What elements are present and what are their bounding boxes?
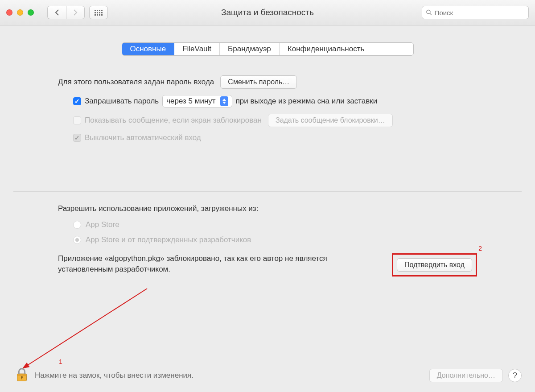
svg-line-2: [27, 289, 147, 366]
require-password-suffix: при выходе из режима сна или заставки: [236, 97, 378, 106]
tab-filevault[interactable]: FileVault: [174, 43, 220, 55]
window-toolbar: Защита и безопасность: [0, 0, 535, 25]
search-field[interactable]: [422, 6, 529, 19]
disable-autologin-label: Выключить автоматический вход: [85, 133, 201, 142]
lock-hint-text: Нажмите на замок, чтобы внести изменения…: [35, 371, 193, 380]
set-lock-message-button: Задать сообщение блокировки…: [268, 114, 393, 127]
lock-icon[interactable]: [13, 366, 30, 385]
allow-apps-label: Разрешить использование приложений, загр…: [58, 204, 477, 213]
nav-buttons: [47, 6, 85, 19]
section-divider: [13, 191, 522, 192]
svg-line-1: [430, 13, 432, 15]
require-password-delay-value: через 5 минут: [166, 97, 215, 106]
advanced-button: Дополнительно…: [429, 369, 503, 382]
show-all-button[interactable]: [89, 6, 108, 19]
back-button[interactable]: [47, 6, 66, 19]
require-password-label: Запрашивать пароль: [85, 97, 159, 106]
tab-firewall[interactable]: Брандмауэр: [220, 43, 280, 55]
annotation-number-2: 2: [478, 245, 482, 252]
radio-appstore-label: App Store: [86, 220, 119, 229]
blocked-app-message: Приложение «algopython.pkg» заблокирован…: [58, 253, 392, 275]
annotation-highlight-2: 2 Подтвердить вход: [392, 253, 477, 276]
radio-appstore-identified: [73, 236, 81, 244]
confirm-open-button[interactable]: Подтвердить вход: [397, 258, 472, 272]
tab-general[interactable]: Основные: [122, 43, 175, 55]
require-password-delay-select[interactable]: через 5 минут: [162, 95, 232, 107]
search-icon: [426, 9, 432, 16]
tab-bar: Основные FileVault Брандмауэр Конфиденци…: [122, 42, 414, 56]
help-button[interactable]: ?: [508, 369, 522, 382]
select-arrows-icon: [220, 96, 228, 106]
svg-point-0: [427, 10, 430, 14]
window-controls: [6, 9, 34, 16]
annotation-arrow: [18, 286, 152, 371]
disable-autologin-checkbox: [73, 134, 81, 142]
grid-icon: [95, 10, 103, 16]
forward-button[interactable]: [66, 6, 85, 19]
show-lock-message-label: Показывать сообщение, если экран заблоки…: [85, 116, 262, 125]
show-lock-message-checkbox: [73, 116, 81, 124]
password-set-label: Для этого пользователя задан пароль вход…: [58, 78, 214, 87]
footer-bar: Нажмите на замок, чтобы внести изменения…: [0, 359, 535, 392]
close-window[interactable]: [6, 9, 12, 16]
require-password-checkbox[interactable]: [73, 97, 81, 105]
tab-privacy[interactable]: Конфиденциальность: [280, 43, 372, 55]
svg-rect-6: [21, 377, 22, 379]
change-password-button[interactable]: Сменить пароль…: [220, 75, 297, 89]
zoom-window[interactable]: [28, 9, 34, 16]
minimize-window[interactable]: [17, 9, 23, 16]
radio-appstore-identified-label: App Store и от подтвержденных разработчи…: [86, 235, 251, 244]
search-input[interactable]: [435, 9, 525, 17]
radio-appstore: [73, 221, 81, 229]
svg-rect-4: [17, 374, 27, 376]
